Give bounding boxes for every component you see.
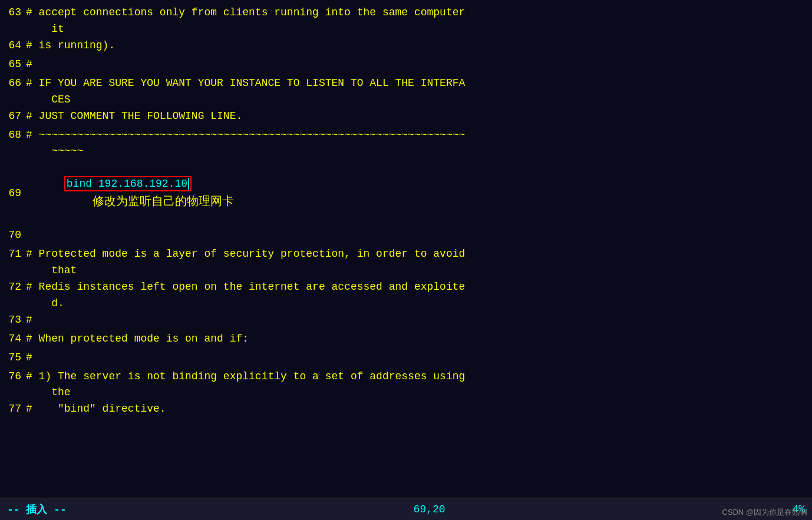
statusbar: -- 插入 -- 69,20 4% xyxy=(0,498,812,520)
line-74: 74 # When protected mode is on and if: xyxy=(0,331,812,350)
annotation-text: 修改为监听自己的物理网卡 xyxy=(93,195,234,208)
line-content-67: # JUST COMMENT THE FOLLOWING LINE. xyxy=(26,108,810,127)
line-76: 76 # 1) The server is not binding explic… xyxy=(0,369,812,402)
line-content-75: # xyxy=(26,350,810,369)
line-content-68: # ~~~~~~~~~~~~~~~~~~~~~~~~~~~~~~~~~~~~~~… xyxy=(26,127,810,160)
line-num-73: 73 xyxy=(2,312,26,331)
line-num-74: 74 xyxy=(2,331,26,350)
line-num-63: 63 xyxy=(2,5,26,38)
line-num-71: 71 xyxy=(2,246,26,279)
line-num-70: 70 xyxy=(2,227,26,246)
line-63: 63 # accept connections only from client… xyxy=(0,5,812,38)
line-num-68: 68 xyxy=(2,127,26,160)
editor-area: 63 # accept connections only from client… xyxy=(0,0,812,496)
line-68: 68 # ~~~~~~~~~~~~~~~~~~~~~~~~~~~~~~~~~~~… xyxy=(0,127,812,160)
line-content-71: # Protected mode is a layer of security … xyxy=(26,246,810,279)
line-num-65: 65 xyxy=(2,57,26,75)
line-67: 67 # JUST COMMENT THE FOLLOWING LINE. xyxy=(0,108,812,127)
line-num-64: 64 xyxy=(2,38,26,57)
line-num-72: 72 xyxy=(2,279,26,312)
line-num-77: 77 xyxy=(2,401,26,420)
line-65: 65 # xyxy=(0,57,812,75)
line-content-72: # Redis instances left open on the inter… xyxy=(26,279,810,312)
bind-command-box: bind 192.168.192.10 xyxy=(64,176,192,191)
line-content-74: # When protected mode is on and if: xyxy=(26,331,810,350)
line-77: 77 # "bind" directive. xyxy=(0,401,812,420)
statusbar-position: 69,20 xyxy=(414,504,445,515)
line-content-65: # xyxy=(26,57,810,75)
line-content-73: # xyxy=(26,312,810,331)
line-num-66: 66 xyxy=(2,75,26,108)
statusbar-mode: -- 插入 -- xyxy=(7,502,67,516)
line-content-69: bind 192.168.192.10 修改为监听自己的物理网卡 xyxy=(26,160,810,227)
line-content-70 xyxy=(26,227,810,246)
line-70: 70 xyxy=(0,227,812,246)
line-content-63: # accept connections only from clients r… xyxy=(26,5,810,38)
line-69: 69 bind 192.168.192.10 修改为监听自己的物理网卡 xyxy=(0,160,812,227)
text-cursor xyxy=(188,178,189,190)
line-content-64: # is running). xyxy=(26,38,810,57)
line-73: 73 # xyxy=(0,312,812,331)
line-content-77: # "bind" directive. xyxy=(26,401,810,420)
line-66: 66 # IF YOU ARE SURE YOU WANT YOUR INSTA… xyxy=(0,75,812,108)
line-num-76: 76 xyxy=(2,369,26,402)
line-num-69: 69 xyxy=(2,186,26,202)
line-num-67: 67 xyxy=(2,108,26,127)
line-75: 75 # xyxy=(0,350,812,369)
line-num-75: 75 xyxy=(2,350,26,369)
line-72: 72 # Redis instances left open on the in… xyxy=(0,279,812,312)
line-content-66: # IF YOU ARE SURE YOU WANT YOUR INSTANCE… xyxy=(26,75,810,108)
line-64: 64 # is running). xyxy=(0,38,812,57)
line-content-76: # 1) The server is not binding explicitl… xyxy=(26,369,810,402)
watermark-text: CSDN @因为你是在熙啊 xyxy=(722,507,807,518)
line-71: 71 # Protected mode is a layer of securi… xyxy=(0,246,812,279)
